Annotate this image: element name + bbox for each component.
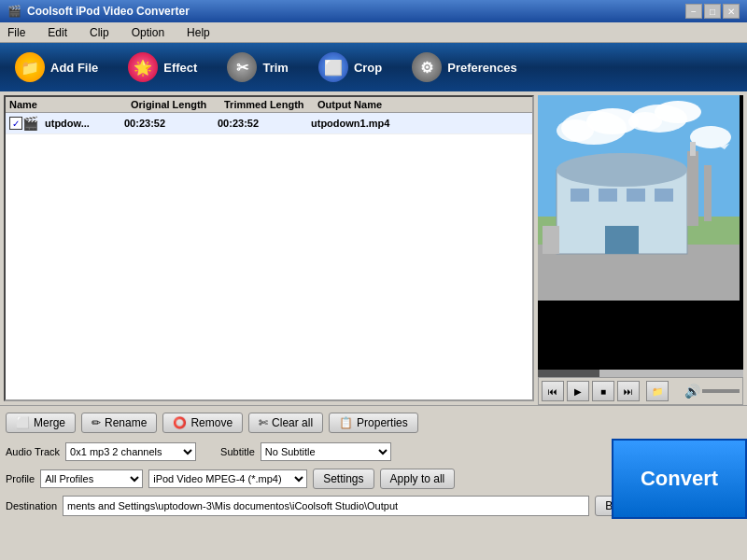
svg-rect-17 [687,151,698,226]
bottom-section: ⬜ Merge ✏ Rename ⭕ Remove ✄ Clear all 📋 … [0,405,747,519]
col-trim-header: Trimmed Length [224,99,317,110]
merge-icon: ⬜ [16,416,30,429]
svg-point-11 [557,153,687,187]
svg-point-6 [628,112,662,131]
menu-file[interactable]: File [4,24,29,41]
menu-help[interactable]: Help [183,24,214,41]
preferences-label: Preferences [447,61,516,75]
add-file-icon: 📁 [15,52,45,82]
svg-rect-16 [605,226,639,254]
apply-to-all-button[interactable]: Apply to all [380,469,456,489]
volume-area: 🔊 [684,384,740,399]
video-controls: ⏮ ▶ ■ ⏭ 📁 🔊 [538,377,743,405]
profile-label: Profile [6,473,35,484]
col-out-header: Output Name [317,99,458,110]
row-checkbox[interactable]: ✓ [9,117,22,130]
toolbar: 📁 Add File 🌟 Effect ✂ Trim ⬜ Crop ⚙ Pref… [0,43,747,91]
crop-button[interactable]: ⬜ Crop [311,49,389,86]
apply-to-all-label: Apply to all [390,472,445,485]
trim-button[interactable]: ✂ Trim [219,49,295,86]
play-button[interactable]: ▶ [567,381,589,401]
file-list-area: Name Original Length Trimmed Length Outp… [4,95,534,401]
action-bar: ⬜ Merge ✏ Rename ⭕ Remove ✄ Clear all 📋 … [0,405,747,439]
audio-track-label: Audio Track [6,446,60,457]
svg-rect-14 [627,189,645,202]
rename-button[interactable]: ✏ Rename [81,413,157,433]
convert-label: Convert [641,467,718,491]
window-controls: − □ ✕ [685,4,740,19]
menu-edit[interactable]: Edit [44,24,71,41]
preview-video [538,95,743,370]
effect-icon: 🌟 [128,52,158,82]
table-row[interactable]: ✓ 🎬 utpdow... 00:23:52 00:23:52 utpodown… [6,113,532,134]
merge-label: Merge [34,416,65,429]
rename-label: Rename [105,416,147,429]
trim-label: Trim [262,61,288,75]
maximize-button[interactable]: □ [704,4,721,19]
crop-label: Crop [354,61,382,75]
menu-clip[interactable]: Clip [86,24,113,41]
remove-icon: ⭕ [173,416,187,429]
remove-button[interactable]: ⭕ Remove [162,413,243,433]
forward-button[interactable]: ⏭ [617,381,640,401]
rewind-button[interactable]: ⏮ [542,381,564,401]
preferences-button[interactable]: ⚙ Preferences [404,49,524,86]
settings-label: Settings [323,472,363,485]
col-orig-header: Original Length [131,99,224,110]
row-filename: utpdow... [45,118,124,129]
trim-icon: ✂ [227,52,257,82]
svg-rect-15 [655,189,673,202]
settings-button[interactable]: Settings [313,469,374,489]
row-output-name: utpodown1.mp4 [311,118,451,129]
subtitle-label: Subtitle [220,446,255,457]
volume-slider[interactable] [702,389,740,393]
subtitle-select[interactable]: No Subtitle Mo Subtitle [261,442,391,461]
remove-label: Remove [190,416,233,429]
clear-all-icon: ✄ [259,416,268,429]
main-content: Name Original Length Trimmed Length Outp… [0,91,747,405]
svg-rect-19 [704,165,712,221]
crop-icon: ⬜ [318,52,348,82]
effect-button[interactable]: 🌟 Effect [120,49,204,86]
row-trimmed-length: 00:23:52 [218,118,311,129]
close-button[interactable]: ✕ [723,4,740,19]
format-select[interactable]: iPod Video MPEG-4 (*.mp4) [148,469,307,488]
app-title: Coolsoft iPod Video Converter [27,5,190,18]
video-preview-svg [538,95,740,301]
svg-rect-18 [690,142,696,156]
properties-icon: 📋 [339,416,353,429]
add-file-label: Add File [50,61,98,75]
app-icon: 🎬 [7,5,21,18]
preview-area: ⏮ ▶ ■ ⏭ 📁 🔊 [538,95,743,405]
video-scrubber[interactable] [538,370,743,377]
stop-button[interactable]: ■ [592,381,614,401]
svg-point-3 [557,119,594,142]
rename-icon: ✏ [92,416,101,429]
effect-label: Effect [163,61,197,75]
destination-label: Destination [6,500,57,511]
clear-all-button[interactable]: ✄ Clear all [248,413,323,433]
properties-label: Properties [357,416,408,429]
destination-path-input[interactable] [63,496,589,516]
svg-rect-13 [599,189,617,202]
clear-all-label: Clear all [272,416,313,429]
profile-select[interactable]: All Profiles [40,469,143,488]
file-icon: 🎬 [22,116,41,131]
minimize-button[interactable]: − [685,4,702,19]
col-name-header: Name [9,99,131,110]
title-bar-content: 🎬 Coolsoft iPod Video Converter [7,5,190,18]
file-list-header: Name Original Length Trimmed Length Outp… [6,97,532,113]
volume-icon: 🔊 [684,384,700,399]
svg-rect-20 [543,226,559,254]
audio-track-select[interactable]: 0x1 mp3 2 channels [65,442,196,461]
properties-button[interactable]: 📋 Properties [329,413,418,433]
preferences-icon: ⚙ [412,52,442,82]
open-folder-video-button[interactable]: 📁 [646,381,669,401]
menu-bar: File Edit Clip Option Help [0,22,747,43]
menu-option[interactable]: Option [128,24,168,41]
convert-button[interactable]: Convert [612,439,747,519]
svg-rect-12 [571,189,589,202]
merge-button[interactable]: ⬜ Merge [6,413,76,433]
add-file-button[interactable]: 📁 Add File [7,49,106,86]
title-bar: 🎬 Coolsoft iPod Video Converter − □ ✕ [0,0,747,22]
